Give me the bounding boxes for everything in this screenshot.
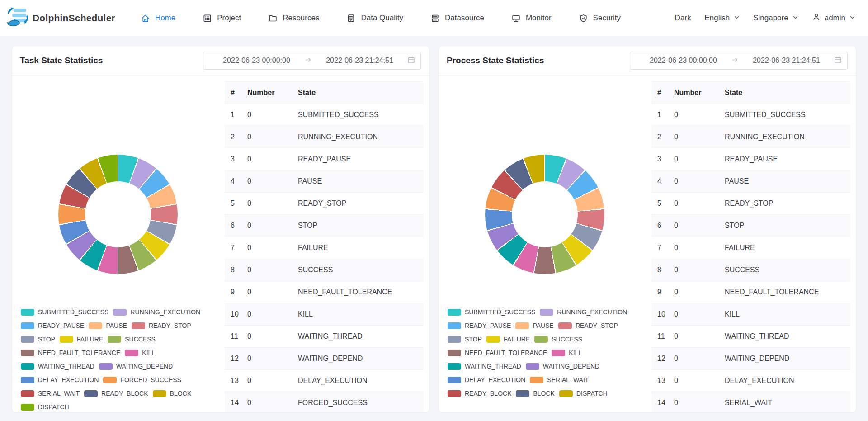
legend-swatch — [448, 390, 461, 397]
legend-item[interactable]: STOP — [21, 336, 55, 343]
legend-item[interactable]: KILL — [552, 349, 582, 356]
project-icon — [203, 14, 212, 23]
row-index: 8 — [651, 266, 674, 274]
row-index: 6 — [225, 222, 247, 230]
legend-item[interactable]: READY_PAUSE — [21, 322, 84, 329]
theme-toggle[interactable]: Dark — [675, 14, 691, 23]
legend-item[interactable]: DISPATCH — [21, 403, 69, 411]
donut-hole — [85, 181, 151, 247]
row-index: 4 — [225, 177, 247, 185]
legend-item[interactable]: READY_STOP — [132, 322, 191, 329]
end-date-value[interactable]: 2022-06-23 21:24:51 — [739, 57, 834, 65]
nav-item-project[interactable]: Project — [203, 14, 241, 23]
legend-item[interactable]: FAILURE — [60, 336, 103, 343]
legend-item[interactable]: READY_STOP — [558, 322, 618, 329]
legend-item[interactable]: SUBMITTED_SUCCESS — [448, 308, 535, 316]
donut-hole — [512, 181, 578, 247]
row-index: 8 — [225, 266, 247, 274]
row-index: 2 — [225, 133, 247, 141]
table-row: 140SERIAL_WAIT — [651, 392, 850, 412]
legend-swatch — [448, 309, 461, 316]
legend-item[interactable]: DELAY_EXECUTION — [448, 376, 525, 383]
legend-item[interactable]: FAILURE — [486, 336, 530, 343]
nav-item-data-quality[interactable]: Data Quality — [346, 14, 403, 23]
legend-item[interactable]: WAITING_DEPEND — [99, 363, 173, 370]
legend-swatch — [448, 322, 461, 329]
table-row: 120WAITING_DEPEND — [651, 348, 850, 370]
timezone-dropdown[interactable]: Singapore — [753, 14, 798, 23]
legend-item[interactable]: DELAY_EXECUTION — [21, 376, 99, 383]
legend-item[interactable]: SERIAL_WAIT — [21, 390, 80, 397]
legend-item[interactable]: NEED_FAULT_TOLERANCE — [448, 349, 547, 356]
nav-item-datasource[interactable]: Datasource — [430, 14, 484, 23]
row-number: 0 — [674, 377, 725, 385]
legend-item[interactable]: WAITING_THREAD — [21, 363, 94, 370]
date-range-picker[interactable]: 2022-06-23 00:00:00 2022-06-23 21:24:51 — [203, 52, 421, 70]
nav-label: Resources — [283, 14, 319, 23]
legend-item[interactable]: WAITING_DEPEND — [526, 363, 600, 370]
nav-item-home[interactable]: Home — [141, 14, 175, 23]
legend-item[interactable]: BLOCK — [516, 390, 554, 397]
legend-item[interactable]: PAUSE — [515, 322, 553, 329]
nav-label: Project — [217, 14, 241, 23]
table-row: 40PAUSE — [651, 170, 850, 193]
legend-item[interactable]: FORCED_SUCCESS — [103, 376, 181, 383]
legend-item[interactable]: PAUSE — [89, 322, 127, 329]
row-index: 10 — [225, 310, 247, 318]
legend-item[interactable]: SUCCESS — [108, 336, 156, 343]
legend-item[interactable]: SUCCESS — [534, 336, 582, 343]
legend-item[interactable]: BLOCK — [153, 390, 191, 397]
legend-item[interactable]: SUBMITTED_SUCCESS — [21, 308, 108, 316]
legend-item[interactable]: RUNNING_EXECUTION — [113, 308, 200, 316]
row-index: 14 — [651, 399, 674, 407]
legend-item[interactable]: KILL — [125, 349, 155, 356]
state-table-body: 10SUBMITTED_SUCCESS20RUNNING_EXECUTION30… — [651, 104, 850, 412]
legend-item[interactable]: RUNNING_EXECUTION — [540, 308, 627, 316]
legend-item[interactable]: SERIAL_WAIT — [530, 376, 589, 383]
language-dropdown[interactable]: English — [704, 14, 740, 23]
row-state: RUNNING_EXECUTION — [725, 133, 850, 141]
row-state: READY_STOP — [298, 199, 424, 208]
nav-item-monitor[interactable]: Monitor — [511, 14, 552, 23]
table-row: 10SUBMITTED_SUCCESS — [225, 104, 424, 126]
legend-item[interactable]: DISPATCH — [559, 390, 608, 397]
nav-item-security[interactable]: Security — [579, 14, 621, 23]
legend-label: WAITING_THREAD — [465, 363, 521, 370]
row-number: 0 — [247, 266, 298, 274]
legend-swatch — [132, 322, 145, 329]
legend-label: SUBMITTED_SUCCESS — [465, 308, 535, 316]
row-state: FORCED_SUCCESS — [298, 399, 424, 407]
folder-icon — [268, 14, 278, 23]
process-state-donut-chart[interactable] — [485, 155, 604, 274]
chart-legend: SUBMITTED_SUCCESSRUNNING_EXECUTIONREADY_… — [21, 308, 219, 411]
row-state: READY_PAUSE — [725, 155, 850, 163]
main-nav: Home Project Resources — [141, 14, 621, 23]
legend-item[interactable]: NEED_FAULT_TOLERANCE — [21, 349, 120, 356]
row-number: 0 — [247, 177, 298, 185]
row-state: SUCCESS — [725, 266, 850, 274]
nav-item-resources[interactable]: Resources — [268, 14, 319, 23]
task-state-donut-chart[interactable] — [58, 155, 178, 274]
legend-label: BLOCK — [533, 390, 554, 397]
legend-label: READY_PAUSE — [38, 322, 84, 329]
user-menu[interactable]: admin — [812, 13, 855, 24]
brand[interactable]: DolphinScheduler — [6, 5, 115, 31]
legend-label: PAUSE — [533, 322, 553, 329]
row-index: 3 — [225, 155, 247, 163]
legend-item[interactable]: READY_BLOCK — [84, 390, 148, 397]
legend-swatch — [526, 363, 539, 370]
row-state: WAITING_DEPEND — [725, 355, 850, 363]
legend-item[interactable]: WAITING_THREAD — [448, 363, 521, 370]
legend-swatch — [60, 336, 73, 343]
start-date-value[interactable]: 2022-06-23 00:00:00 — [636, 57, 731, 65]
nav-label: Security — [593, 14, 621, 23]
dashboard-content: Task State Statistics 2022-06-23 00:00:0… — [0, 36, 868, 412]
start-date-value[interactable]: 2022-06-23 00:00:00 — [209, 57, 304, 65]
end-date-value[interactable]: 2022-06-23 21:24:51 — [312, 57, 407, 65]
legend-item[interactable]: READY_BLOCK — [448, 390, 511, 397]
date-range-picker[interactable]: 2022-06-23 00:00:00 2022-06-23 21:24:51 — [630, 52, 848, 70]
legend-item[interactable]: READY_PAUSE — [448, 322, 511, 329]
row-index: 10 — [651, 310, 674, 318]
legend-swatch — [21, 363, 34, 370]
legend-item[interactable]: STOP — [448, 336, 482, 343]
